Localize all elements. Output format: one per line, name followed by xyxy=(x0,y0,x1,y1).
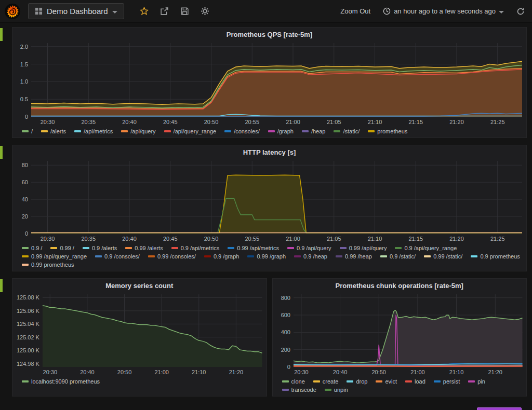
star-icon[interactable] xyxy=(140,7,149,16)
legend-item[interactable]: 0.9 /graph xyxy=(204,253,240,259)
legend-item[interactable]: evict xyxy=(376,378,397,385)
legend-swatch xyxy=(164,130,171,132)
svg-text:800: 800 xyxy=(281,295,290,301)
gear-icon[interactable] xyxy=(201,7,209,16)
legend-item[interactable]: /api/metrics xyxy=(74,128,113,134)
legend-item[interactable]: 0.99 /static/ xyxy=(424,253,462,259)
svg-text:20:40: 20:40 xyxy=(80,369,94,375)
row-http-latency: HTTP latency [s] 20:3020:3520:4020:4520:… xyxy=(12,145,527,271)
legend-item[interactable]: 0.99 /api/metrics xyxy=(228,245,279,251)
svg-text:20:30: 20:30 xyxy=(43,369,57,375)
qps-chart[interactable]: 20:3020:3520:4020:4520:5020:5521:0021:05… xyxy=(12,40,526,126)
svg-text:600: 600 xyxy=(281,312,290,318)
svg-text:125.00 K: 125.00 K xyxy=(17,347,40,353)
legend-item[interactable]: pin xyxy=(468,378,485,385)
legend-item[interactable]: 0.99 /consoles/ xyxy=(148,253,196,259)
svg-text:125.02 K: 125.02 K xyxy=(17,334,40,340)
legend-item[interactable]: /graph xyxy=(268,128,294,134)
legend-swatch xyxy=(83,247,89,249)
legend-item[interactable]: unpin xyxy=(325,387,348,393)
time-range-label: an hour ago to a few seconds ago xyxy=(394,7,496,15)
svg-text:20:35: 20:35 xyxy=(81,236,96,242)
legend-swatch xyxy=(121,130,128,132)
legend-swatch xyxy=(41,130,48,132)
panel-title[interactable]: Prometheus chunk operations [rate-5m] xyxy=(273,279,527,291)
grafana-logo[interactable] xyxy=(4,3,21,20)
legend-item[interactable]: 0.99 /api/query_range xyxy=(22,253,87,259)
legend-item[interactable]: 0.9 /static/ xyxy=(380,253,416,259)
svg-text:21:05: 21:05 xyxy=(327,236,341,242)
legend-item[interactable]: /api/query xyxy=(121,128,155,134)
svg-text:20:30: 20:30 xyxy=(41,119,55,125)
legend-item[interactable]: 0.9 /heap xyxy=(294,253,327,259)
svg-text:20:55: 20:55 xyxy=(245,236,259,242)
legend-item[interactable]: 0.9 /consoles/ xyxy=(95,253,140,259)
legend-swatch xyxy=(22,264,29,266)
legend-swatch xyxy=(471,255,477,257)
time-range-picker[interactable]: an hour ago to a few seconds ago xyxy=(383,7,504,15)
add-row-button[interactable]: + ADD ROW xyxy=(477,407,522,410)
legend-item[interactable]: 0.9 /alerts xyxy=(83,245,117,251)
legend-item[interactable]: / xyxy=(22,128,33,134)
legend-item[interactable]: /heap xyxy=(302,128,326,134)
legend-item[interactable]: transcode xyxy=(282,387,316,393)
row-memory-chunks: Memory series count 20:3020:4020:5021:00… xyxy=(12,278,527,397)
row-collapse-handle[interactable] xyxy=(0,28,3,41)
legend-item[interactable]: 0.99 /api/query xyxy=(340,245,387,251)
legend-item[interactable]: localhost:9090 prometheus xyxy=(22,378,100,385)
row-collapse-handle[interactable] xyxy=(0,146,3,159)
share-icon[interactable] xyxy=(160,7,169,16)
svg-text:0: 0 xyxy=(25,230,28,237)
legend-item[interactable]: create xyxy=(313,378,339,385)
legend-item[interactable]: 0.99 prometheus xyxy=(22,262,74,268)
svg-text:21:15: 21:15 xyxy=(408,236,423,242)
legend-item[interactable]: 0.9 /api/query_range xyxy=(395,245,457,251)
legend-item[interactable]: /api/query_range xyxy=(164,128,217,134)
legend-swatch xyxy=(224,130,231,132)
svg-text:0: 0 xyxy=(287,364,290,370)
legend-item[interactable]: 0.9 / xyxy=(22,245,42,251)
svg-text:20:35: 20:35 xyxy=(81,119,96,125)
svg-text:60: 60 xyxy=(22,179,28,185)
legend-item[interactable]: 0.9 prometheus xyxy=(471,253,520,259)
svg-text:124.98 K: 124.98 K xyxy=(17,361,40,367)
legend-swatch xyxy=(268,130,275,132)
legend-item[interactable]: 0.99 /alerts xyxy=(125,245,163,251)
legend-item[interactable]: 0.99 /graph xyxy=(247,253,286,259)
svg-text:125.04 K: 125.04 K xyxy=(17,321,40,327)
panel-title[interactable]: HTTP latency [s] xyxy=(12,145,526,158)
zoom-out-button[interactable]: Zoom Out xyxy=(340,7,370,15)
legend-item[interactable]: /alerts xyxy=(41,128,66,134)
refresh-icon[interactable] xyxy=(516,7,525,16)
svg-text:0: 0 xyxy=(25,114,28,120)
legend-item[interactable]: drop xyxy=(347,378,367,385)
svg-text:20:40: 20:40 xyxy=(332,369,347,375)
legend-swatch xyxy=(282,380,289,382)
panel-title[interactable]: Memory series count xyxy=(12,279,267,291)
panel-chunk-operations: Prometheus chunk operations [rate-5m] 20… xyxy=(272,278,527,397)
legend-item[interactable]: clone xyxy=(282,378,305,385)
chunk-ops-chart[interactable]: 20:3020:4020:5021:0021:1021:200200400600… xyxy=(273,291,527,376)
legend-item[interactable]: 0.9 /api/query xyxy=(287,245,331,251)
legend-swatch xyxy=(334,130,340,132)
legend-item[interactable]: 0.9 /api/metrics xyxy=(171,245,220,251)
panel-title[interactable]: Prometheus QPS [rate-5m] xyxy=(12,28,526,40)
legend-item[interactable]: 0.99 /heap xyxy=(336,253,372,259)
svg-text:400: 400 xyxy=(281,329,290,335)
row-collapse-handle[interactable] xyxy=(0,279,3,292)
legend-item[interactable]: prometheus xyxy=(368,128,407,134)
dashboard-picker[interactable]: Demo Dashboard xyxy=(28,3,124,19)
svg-text:20: 20 xyxy=(22,213,28,220)
legend-item[interactable]: persist xyxy=(434,378,460,385)
legend-item[interactable]: /consoles/ xyxy=(224,128,260,134)
legend-swatch xyxy=(148,255,155,257)
legend-item[interactable]: /static/ xyxy=(334,128,360,134)
svg-text:21:10: 21:10 xyxy=(449,369,463,375)
save-icon[interactable] xyxy=(180,7,189,16)
memory-chart[interactable]: 20:3020:4020:5021:0021:1021:20124.98 K12… xyxy=(12,291,267,376)
legend-item[interactable]: 0.99 / xyxy=(50,245,74,251)
legend-item[interactable]: load xyxy=(405,378,425,385)
latency-chart[interactable]: 20:3020:3520:4020:4520:5020:5521:0021:05… xyxy=(12,158,526,243)
svg-text:20:30: 20:30 xyxy=(41,236,55,242)
svg-text:21:15: 21:15 xyxy=(408,119,423,125)
